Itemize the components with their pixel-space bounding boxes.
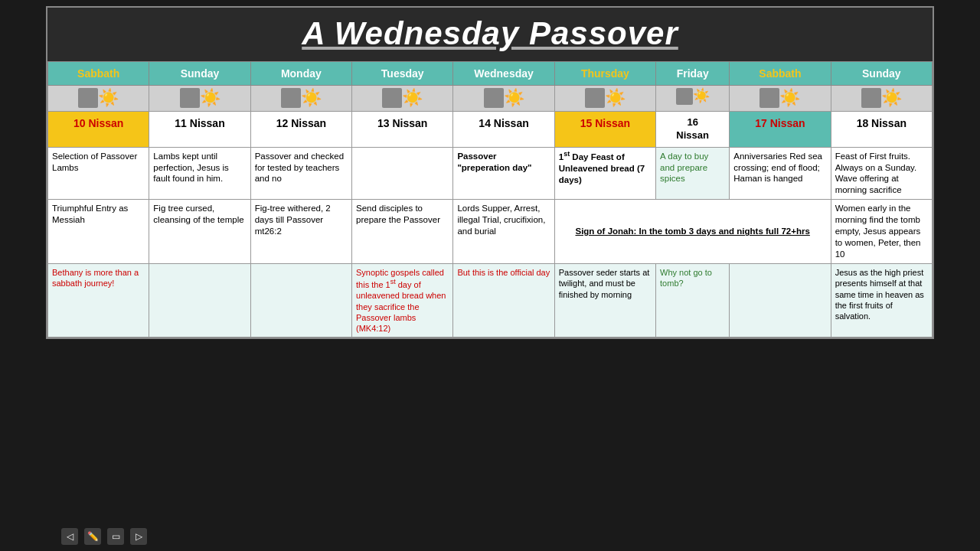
cell-r2-tuesday: Send disciples to prepare the Passover — [352, 200, 453, 264]
col-sunday-1: Sunday — [149, 62, 250, 86]
header-row: Sabbath Sunday Monday Tuesday Wednesday … — [48, 62, 933, 86]
col-wednesday: Wednesday — [453, 62, 554, 86]
cell-r3-friday: Why not go to tomb? — [656, 264, 730, 337]
sun-cell-6: ☀️ — [554, 86, 655, 112]
nissan-10: 10 Nissan — [48, 111, 149, 147]
content-row-1: Selection of Passover Lambs Lambs kept u… — [48, 147, 933, 200]
nissan-11: 11 Nissan — [149, 111, 250, 147]
cell-r1-wednesday: Passover "preperation day" — [453, 147, 554, 200]
nissan-17: 17 Nissan — [730, 111, 831, 147]
sun-cell-5: ☀️ — [453, 86, 554, 112]
cell-r2-thu-fri-sat: Sign of Jonah: In the tomb 3 days and ni… — [554, 200, 831, 264]
slide-title: A Wednesday Passover — [47, 8, 933, 61]
nissan-12: 12 Nissan — [250, 111, 351, 147]
cell-r2-sunday1: Fig tree cursed, cleansing of the temple — [149, 200, 250, 264]
cell-r1-sunday1: Lambs kept until perfection, Jesus is fa… — [149, 147, 250, 200]
toolbar-btn-3[interactable]: ▭ — [107, 528, 124, 545]
cell-r3-thursday: Passover seder starts at twilight, and m… — [554, 264, 655, 337]
sun-moon-row: ☀️ ☀️ ☀️ — [48, 86, 933, 112]
cell-r1-sabbath: Selection of Passover Lambs — [48, 147, 149, 200]
cell-r3-sunday2: Jesus as the high priest presents himsel… — [831, 264, 932, 337]
note-row: Bethany is more than a sabbath journey! … — [48, 264, 933, 337]
col-sabbath-1: Sabbath — [48, 62, 149, 86]
col-tuesday: Tuesday — [352, 62, 453, 86]
nissan-13: 13 Nissan — [352, 111, 453, 147]
col-monday: Monday — [250, 62, 351, 86]
sun-cell-1: ☀️ — [48, 86, 149, 112]
cell-r3-monday — [250, 264, 351, 337]
nissan-15: 15 Nissan — [554, 111, 655, 147]
toolbar-btn-1[interactable]: ◁ — [61, 528, 78, 545]
nissan-row: 10 Nissan 11 Nissan 12 Nissan 13 Nissan … — [48, 111, 933, 147]
content-row-2: Triumphful Entry as Messiah Fig tree cur… — [48, 200, 933, 264]
cell-r3-wednesday: But this is the official day — [453, 264, 554, 337]
toolbar-btn-2[interactable]: ✏️ — [84, 528, 101, 545]
sun-cell-2: ☀️ — [149, 86, 250, 112]
calendar-table: Sabbath Sunday Monday Tuesday Wednesday … — [47, 61, 933, 337]
cell-r2-monday: Fig-tree withered, 2 days till Passover … — [250, 200, 351, 264]
slide-container: A Wednesday Passover Sabbath Sunday Mond… — [46, 6, 934, 339]
nissan-18: 18 Nissan — [831, 111, 932, 147]
cell-r3-sabbath2 — [730, 264, 831, 337]
cell-r2-sunday2: Women early in the morning find the tomb… — [831, 200, 932, 264]
nissan-14: 14 Nissan — [453, 111, 554, 147]
cell-r1-sunday2: Feast of First fruits. Always on a Sunda… — [831, 147, 932, 200]
col-thursday: Thursday — [554, 62, 655, 86]
cell-r1-thursday: 1st Day Feast of Unleavened bread (7 day… — [554, 147, 655, 200]
sun-cell-8: ☀️ — [730, 86, 831, 112]
cell-r3-sabbath: Bethany is more than a sabbath journey! — [48, 264, 149, 337]
sun-cell-7: ☀️ — [656, 86, 730, 112]
sun-cell-3: ☀️ — [250, 86, 351, 112]
cell-r1-sabbath2: Anniversaries Red sea crossing; end of f… — [730, 147, 831, 200]
cell-r1-friday: A day to buy and prepare spices — [656, 147, 730, 200]
toolbar-btn-4[interactable]: ▷ — [130, 528, 147, 545]
sun-cell-4: ☀️ — [352, 86, 453, 112]
bottom-toolbar: ◁ ✏️ ▭ ▷ — [61, 528, 147, 545]
title-text: A Wednesday Passover — [302, 15, 678, 51]
cell-r1-tuesday — [352, 147, 453, 200]
cell-r2-wednesday: Lords Supper, Arrest, illegal Trial, cru… — [453, 200, 554, 264]
col-friday: Friday — [656, 62, 730, 86]
cell-r2-sabbath: Triumphful Entry as Messiah — [48, 200, 149, 264]
sun-cell-9: ☀️ — [831, 86, 932, 112]
nissan-16: 16Nissan — [656, 111, 730, 147]
cell-r3-tuesday: Synoptic gospels called this the 1st day… — [352, 264, 453, 337]
col-sabbath-2: Sabbath — [730, 62, 831, 86]
cell-r3-sunday1 — [149, 264, 250, 337]
col-sunday-2: Sunday — [831, 62, 932, 86]
cell-r1-monday: Passover and checked for tested by teach… — [250, 147, 351, 200]
